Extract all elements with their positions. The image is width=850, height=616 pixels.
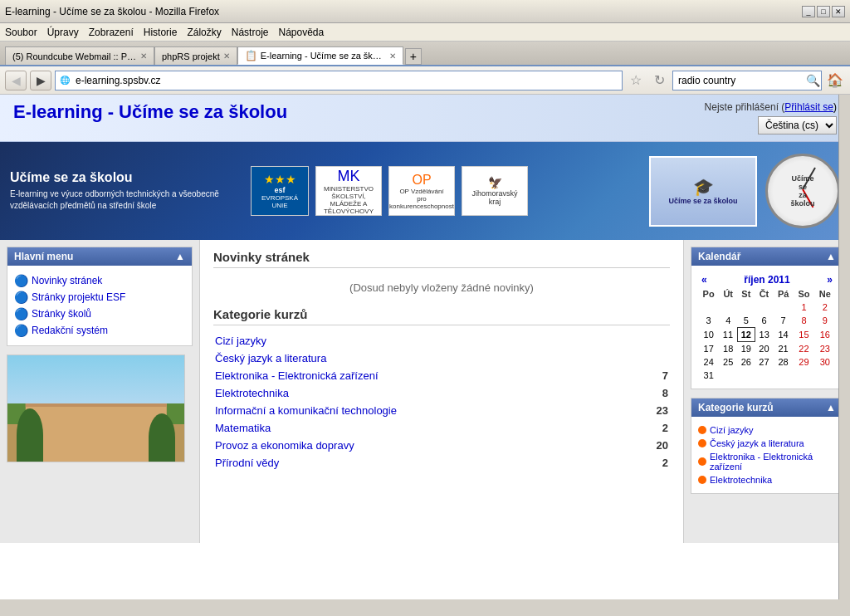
forward-button[interactable]: ▶ [30,71,51,90]
nav-redakce[interactable]: 🔵 Redakční systém [14,322,185,339]
cal-day-8[interactable]: 8 [794,314,814,328]
category-link-4[interactable]: Informační a komunikační technologie [215,404,397,417]
cal-day-24[interactable]: 24 [698,355,719,369]
calendar-title: Kalendář [698,251,740,262]
category-row-7: Přírodní vědy 2 [213,454,670,472]
category-count-0 [645,332,670,350]
header-right: Nejste přihlášení (Přihlásit se) Čeština… [705,101,837,134]
search-input[interactable] [672,71,822,90]
search-button[interactable]: 🔍 [806,74,820,87]
category-link-7[interactable]: Přírodní vědy [215,457,279,469]
logo-esf: ★★★ esf EVROPSKÁ UNIE [251,166,309,216]
maximize-button[interactable]: □ [817,6,830,17]
cal-day-20[interactable]: 20 [755,342,774,356]
nav-bar: ◀ ▶ 🌐 ☆ ↻ 🔍 🏠 [0,66,850,95]
category-link-3[interactable]: Elektrotechnika [215,387,289,399]
cal-day-30[interactable]: 30 [814,355,835,369]
sidebar-left: Hlavní menu ▲ 🔵 Novinky stránek 🔵 Stránk… [0,240,199,543]
category-link-2[interactable]: Elektronika - Elektronická zařízení [215,369,379,382]
category-link-6[interactable]: Provoz a ekonomika dopravy [215,439,354,452]
calendar-prev-link[interactable]: « [701,274,707,286]
tab-phprs-close[interactable]: ✕ [223,51,230,61]
cal-day-9[interactable]: 9 [814,314,835,328]
categories-section-title: Kategorie kurzů [213,307,670,325]
cal-day-23[interactable]: 23 [814,342,835,356]
calendar-month-link[interactable]: říjen 2011 [744,274,789,286]
login-link[interactable]: Přihlásit se [784,101,833,113]
nav-esf-icon: 🔵 [14,291,28,304]
tab-webmail[interactable]: (5) Roundcube Webmail :: Příchozí pošta … [5,46,154,65]
back-button[interactable]: ◀ [5,71,27,90]
tab-phprs[interactable]: phpRS projekt ✕ [154,46,237,65]
tab-webmail-close[interactable]: ✕ [140,51,147,61]
cal-day-2[interactable]: 2 [814,301,835,314]
category-row-3: Elektrotechnika 8 [213,384,670,402]
cal-day-16[interactable]: 16 [814,328,835,342]
cal-day-3[interactable]: 3 [698,314,719,328]
cal-day-4[interactable]: 4 [719,314,737,328]
home-button[interactable]: 🏠 [825,71,845,90]
banner-school-logo: 🎓 Učíme se za školou [649,156,757,227]
cal-day-31[interactable]: 31 [698,369,719,382]
menu-napoveda[interactable]: Nápověda [278,27,324,38]
cal-day-12-today[interactable]: 12 [737,328,755,342]
right-categories-header: Kategorie kurzů ▲ [691,398,843,417]
category-link-5[interactable]: Matematika [215,422,271,434]
cal-day-25[interactable]: 25 [719,355,737,369]
vertical-scrollbar[interactable] [838,95,850,599]
menu-upravy[interactable]: Úpravy [47,27,79,38]
cal-day-empty [719,369,737,382]
calendar-next-link[interactable]: » [827,274,833,286]
menu-zobrazeni[interactable]: Zobrazení [89,27,134,38]
nav-esf[interactable]: 🔵 Stránky projektu ESF [14,289,185,306]
language-select[interactable]: Čeština (cs) [758,116,837,134]
right-cat-item-0: Cizí jazyky [698,423,836,437]
nav-skoly[interactable]: 🔵 Stránky školů [14,306,185,322]
new-tab-button[interactable]: + [405,48,422,65]
collapse-icon[interactable]: ▲ [175,251,185,262]
cal-day-6[interactable]: 6 [755,314,774,328]
menu-nastroje[interactable]: Nástroje [232,27,269,38]
menu-zalozky[interactable]: Záložky [187,27,221,38]
op-label: OP OP Vzdělávání pro konkurenceschopnost [389,173,454,210]
cal-day-29[interactable]: 29 [794,355,814,369]
calendar-collapse-icon[interactable]: ▲ [826,251,836,262]
cal-day-13[interactable]: 13 [755,328,774,342]
address-input[interactable] [55,71,623,90]
right-cat-link-0[interactable]: Cizí jazyky [710,425,754,435]
right-cat-link-3[interactable]: Elektrotechnika [710,475,772,485]
nav-novinky[interactable]: 🔵 Novinky stránek [14,272,185,289]
menu-historie[interactable]: Historie [144,27,178,38]
category-link-0[interactable]: Cizí jazyky [215,335,266,347]
cal-day-22[interactable]: 22 [794,342,814,356]
right-cat-link-2[interactable]: Elektronika - Elektronická zařízení [710,452,836,472]
cal-day-7[interactable]: 7 [773,314,793,328]
cal-day-28[interactable]: 28 [773,355,793,369]
close-button[interactable]: ✕ [832,6,845,17]
tab-elearning-close[interactable]: ✕ [389,51,396,61]
cal-day-5[interactable]: 5 [737,314,755,328]
menu-soubor[interactable]: Soubor [5,27,37,38]
cal-day-10[interactable]: 10 [698,328,719,342]
main-content: Novinky stránek (Dosud nebyly vloženy žá… [199,240,684,543]
bookmark-star-button[interactable]: ☆ [626,71,646,90]
cal-day-17[interactable]: 17 [698,342,719,356]
tab-elearning[interactable]: 📋 E-learning - Učíme se za školou ✕ [237,46,403,65]
minimize-button[interactable]: _ [802,6,815,17]
reload-button[interactable]: ↻ [649,71,669,90]
category-count-6: 20 [645,437,670,454]
cal-week-3: 10 11 12 13 14 15 16 [698,328,836,342]
cal-day-21[interactable]: 21 [773,342,793,356]
cal-day-18[interactable]: 18 [719,342,737,356]
cal-day-1[interactable]: 1 [794,301,814,314]
category-link-1[interactable]: Český jazyk a literatura [215,352,326,364]
cal-day-11[interactable]: 11 [719,328,737,342]
cal-day-26[interactable]: 26 [737,355,755,369]
right-cat-link-1[interactable]: Český jazyk a literatura [710,438,804,448]
right-categories-collapse-icon[interactable]: ▲ [826,402,836,413]
cal-day-19[interactable]: 19 [737,342,755,356]
cal-day-14[interactable]: 14 [773,328,793,342]
cal-week-4: 17 18 19 20 21 22 23 [698,342,836,356]
cal-day-15[interactable]: 15 [794,328,814,342]
cal-day-27[interactable]: 27 [755,355,774,369]
